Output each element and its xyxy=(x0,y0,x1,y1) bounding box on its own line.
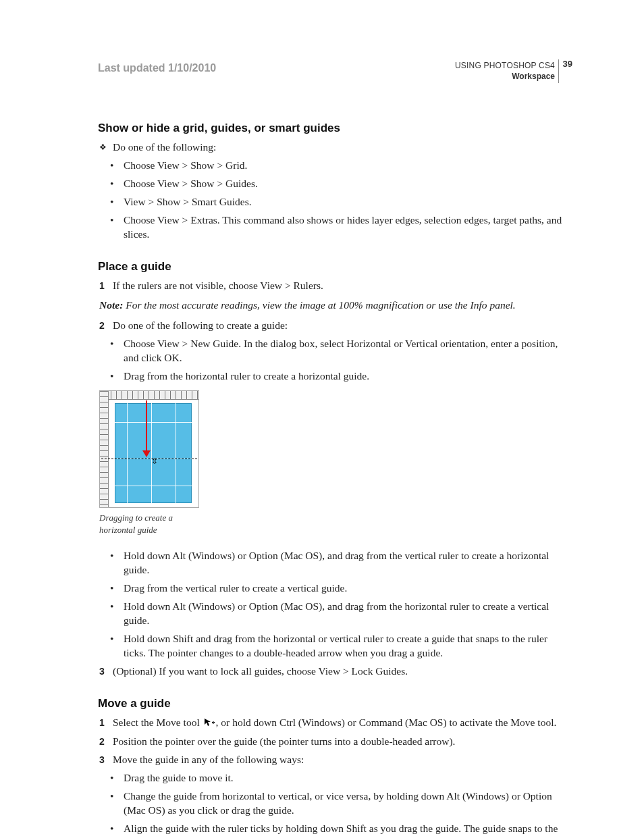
list-item: 3 (Optional) If you want to lock all gui… xyxy=(99,664,570,679)
split-cursor-icon: ⇳ xyxy=(151,456,158,467)
section-place-guide: Place a guide 1 If the rulers are not vi… xyxy=(98,259,570,679)
ruler-vertical-icon xyxy=(100,391,109,507)
list-text: (Optional) If you want to lock all guide… xyxy=(113,665,408,677)
last-updated: Last updated 1/10/2010 xyxy=(98,61,216,76)
list-item: 3 Move the guide in any of the following… xyxy=(99,753,570,767)
header-right: 39 USING PHOTOSHOP CS4 Workspace xyxy=(455,61,570,82)
list-item: 1 If the rulers are not visible, choose … xyxy=(99,279,570,293)
list-item: 1 Select the Move tool , or hold down Ct… xyxy=(99,716,570,731)
document-page: Last updated 1/10/2010 39 USING PHOTOSHO… xyxy=(0,0,644,834)
ruler-horizontal-icon xyxy=(100,391,198,400)
guide-line xyxy=(115,486,192,486)
list-item: • Hold down Alt (Windows) or Option (Mac… xyxy=(99,600,570,628)
diamond-bullet-icon: ❖ xyxy=(99,142,107,153)
list-text: Hold down Alt (Windows) or Option (Mac O… xyxy=(124,600,549,626)
bullet-icon: • xyxy=(110,632,113,646)
list-text: Choose View > New Guide. In the dialog b… xyxy=(124,338,558,363)
section-show-hide: Show or hide a grid, guides, or smart gu… xyxy=(98,121,570,241)
figure-canvas: ⇳ xyxy=(99,390,199,508)
list-item: • Choose View > New Guide. In the dialog… xyxy=(99,337,570,365)
note: Note: For the most accurate readings, vi… xyxy=(99,298,570,313)
guide-line xyxy=(127,403,128,503)
list-text-after: , or hold down Ctrl (Windows) or Command… xyxy=(216,716,557,728)
page-header: Last updated 1/10/2010 39 USING PHOTOSHO… xyxy=(98,61,570,82)
bullet-icon: • xyxy=(110,581,113,596)
bullet-icon: • xyxy=(110,213,113,228)
heading-move-guide: Move a guide xyxy=(98,696,570,712)
bullet-icon: • xyxy=(110,369,113,384)
figure-caption: Dragging to create a horizontal guide xyxy=(99,512,199,536)
figure-drag-guide: ⇳ Dragging to create a horizontal guide xyxy=(99,390,199,536)
list-text-before: Select the Move tool xyxy=(113,716,203,728)
bullet-icon: • xyxy=(110,771,113,785)
guide-line xyxy=(115,422,192,423)
list-item: • Change the guide from horizontal to ve… xyxy=(99,789,570,818)
bullet-icon: • xyxy=(110,549,113,563)
list-text: Do one of the following to create a guid… xyxy=(113,319,288,331)
section-name: Workspace xyxy=(455,72,555,82)
list-item: • Choose View > Show > Grid. xyxy=(99,159,570,173)
heading-show-hide: Show or hide a grid, guides, or smart gu… xyxy=(98,121,570,136)
list-text: Choose View > Extras. This command also … xyxy=(124,214,562,240)
step-number: 3 xyxy=(99,754,105,766)
list-text: Hold down Shift and drag from the horizo… xyxy=(124,633,547,658)
bullet-icon: • xyxy=(110,789,113,804)
list-item: • Choose View > Show > Guides. xyxy=(99,177,570,191)
doc-title: USING PHOTOSHOP CS4 xyxy=(455,61,555,72)
list-text: Hold down Alt (Windows) or Option (Mac O… xyxy=(124,550,549,575)
list-text: If the rulers are not visible, choose Vi… xyxy=(113,280,323,291)
drag-arrow-icon xyxy=(146,400,147,453)
list-item: • Drag the guide to move it. xyxy=(99,771,570,785)
list-text: Drag the guide to move it. xyxy=(124,772,234,783)
section-move-guide: Move a guide 1 Select the Move tool , or… xyxy=(98,696,570,834)
list-text: Move the guide in any of the following w… xyxy=(113,754,304,765)
list-text: Align the guide with the ruler ticks by … xyxy=(124,823,558,834)
bullet-icon: • xyxy=(110,177,113,191)
note-label: Note: xyxy=(99,299,123,311)
step-number: 2 xyxy=(99,735,105,748)
list-item: • Hold down Shift and drag from the hori… xyxy=(99,632,570,660)
list-text: View > Show > Smart Guides. xyxy=(124,196,252,207)
list-text: Position the pointer over the guide (the… xyxy=(113,735,456,747)
page-number: 39 xyxy=(563,59,572,70)
drag-arrowhead-icon xyxy=(142,450,151,457)
step-number: 3 xyxy=(99,665,105,678)
list-text: Drag from the horizontal ruler to create… xyxy=(124,370,369,382)
move-tool-icon xyxy=(204,717,215,731)
bullet-icon: • xyxy=(110,337,113,351)
guide-line xyxy=(176,403,176,503)
list-text: Choose View > Show > Guides. xyxy=(124,178,258,189)
list-item: • View > Show > Smart Guides. xyxy=(99,195,570,209)
heading-place-guide: Place a guide xyxy=(98,259,570,275)
list-item: • Drag from the horizontal ruler to crea… xyxy=(99,369,570,384)
list-text: Choose View > Show > Grid. xyxy=(124,159,247,171)
list-text: Do one of the following: xyxy=(113,141,216,153)
list-item: ❖ Do one of the following: xyxy=(99,140,570,155)
bullet-icon: • xyxy=(110,195,113,209)
list-item: 2 Position the pointer over the guide (t… xyxy=(99,735,570,749)
new-guide-dashed xyxy=(101,459,197,459)
guide-line xyxy=(151,403,152,503)
bullet-icon: • xyxy=(110,159,113,173)
bullet-icon: • xyxy=(110,822,113,834)
list-item: • Choose View > Extras. This command als… xyxy=(99,213,570,242)
list-item: • Hold down Alt (Windows) or Option (Mac… xyxy=(99,549,570,577)
note-text: For the most accurate readings, view the… xyxy=(123,299,515,311)
step-number: 1 xyxy=(99,716,105,729)
list-text: Drag from the vertical ruler to create a… xyxy=(124,582,347,594)
header-divider xyxy=(558,59,559,83)
list-item: 2 Do one of the following to create a gu… xyxy=(99,319,570,333)
list-text: Change the guide from horizontal to vert… xyxy=(124,790,552,816)
list-item: • Drag from the vertical ruler to create… xyxy=(99,581,570,596)
step-number: 1 xyxy=(99,280,105,292)
step-number: 2 xyxy=(99,319,105,332)
list-item: • Align the guide with the ruler ticks b… xyxy=(99,822,570,834)
bullet-icon: • xyxy=(110,600,113,614)
